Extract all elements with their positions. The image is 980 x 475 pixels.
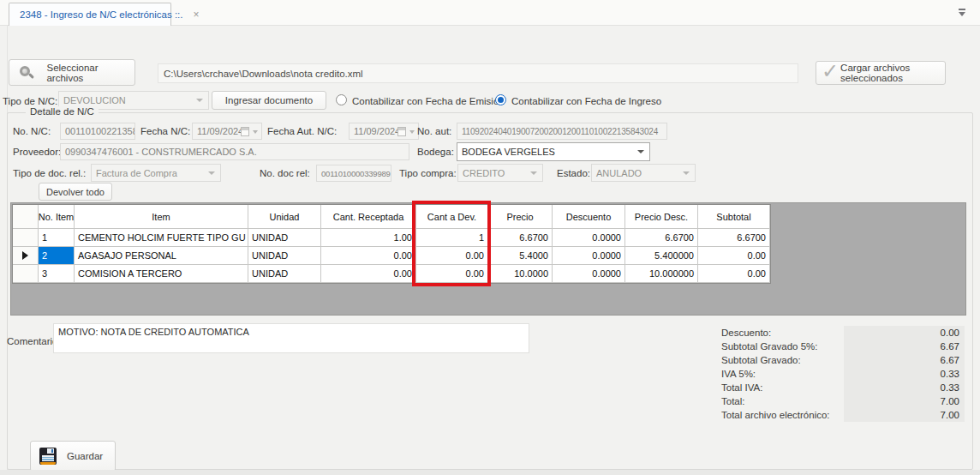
calendar-icon [241,127,249,136]
grid-cell[interactable]: 5.400000 [625,247,698,265]
chevron-down-icon [196,99,203,102]
grid-cell[interactable]: 6.6700 [488,229,553,247]
grid-col-header[interactable]: Descuento [553,205,625,229]
grid-cell[interactable]: 0.0000 [553,247,625,265]
caret-triangle [959,12,965,16]
grid-cell[interactable]: 3 [39,265,75,283]
app-window: 2348 - Ingreso de N/C electrónicas ::. ×… [0,0,980,475]
tipo-doc-rel-select[interactable]: Factura de Compra [91,164,221,182]
no-nc-field[interactable]: 001101002213584 [60,123,135,140]
search-icon [20,66,33,80]
grid-cell[interactable]: 0.00 [698,247,770,265]
proveedor-field[interactable]: 0990347476001 - CONSTRUMERCADO S.A. [60,143,409,160]
tab-close-icon[interactable]: × [194,9,200,20]
row-indicator[interactable] [13,265,39,283]
chevron-down-icon [530,171,537,175]
grid-cell[interactable]: 2 [39,247,75,265]
no-aut-field[interactable]: 1109202404019007200200120011010022135843… [457,123,667,140]
grid-col-header[interactable]: Subtotal [698,205,770,229]
chevron-down-icon [683,171,690,175]
chevron-down-icon [208,171,215,175]
grid-cell[interactable]: 10.000000 [625,265,698,283]
row-indicator[interactable] [13,229,39,247]
grid-cell[interactable]: 0.0000 [553,265,625,283]
no-doc-rel-field[interactable]: 0011010000339989 [316,165,391,182]
tipo-doc-rel-label: Tipo de doc. rel.: [13,165,86,182]
bottom-strip [0,470,980,475]
grid-col-header[interactable]: Item [75,205,248,229]
totals-row: Total:7.00 [721,394,965,408]
grid-cell[interactable]: 5.4000 [488,247,553,265]
totals-row: IVA 5%:0.33 [721,367,965,381]
tab-list-caret-icon[interactable] [958,9,966,17]
grid-col-header[interactable]: Unidad [248,205,321,229]
tab-bar: 2348 - Ingreso de N/C electrónicas ::. × [0,0,980,26]
totals-row: Subtotal Gravado:6.67 [721,353,965,367]
totals-value: 0.33 [844,367,965,381]
grid-cell[interactable]: 0.0000 [553,229,625,247]
grid-cell[interactable]: CEMENTO HOLCIM FUERTE TIPO GU [75,229,248,247]
tab-title: 2348 - Ingreso de N/C electrónicas ::. [20,9,183,20]
guardar-label: Guardar [67,451,103,461]
comentario-input[interactable]: MOTIVO: NOTA DE CREDITO AUTOMATICA [53,323,529,353]
save-icon [39,448,57,465]
totals-label: Total: [721,396,844,406]
grid-col-header[interactable]: Cant. Receptada [321,205,416,229]
file-path-field[interactable]: C:\Users\crchave\Downloads\nota credito.… [158,63,798,83]
fecha-aut-label: Fecha Aut. N/C: [267,123,337,140]
grid-cell[interactable]: 0.00 [321,265,416,283]
grid-col-header[interactable]: No. Item [39,205,75,229]
grid-cell[interactable]: 10.0000 [488,265,553,283]
tab-ingreso-nc[interactable]: 2348 - Ingreso de N/C electrónicas ::. × [9,3,171,26]
row-indicator[interactable] [13,247,39,265]
grid-cell[interactable]: 1.00 [321,229,416,247]
grid-cell[interactable]: 0.00 [321,247,416,265]
highlight-box [412,201,491,286]
row-selector-arrow-icon [22,251,28,260]
chevron-down-icon [637,150,644,153]
grid-cell[interactable]: UNIDAD [248,229,321,247]
grid-cell[interactable]: UNIDAD [248,247,321,265]
radio-fecha-emision[interactable] [336,94,347,105]
fecha-aut-datepicker[interactable]: 11/09/2024 [349,123,419,140]
radio-fecha-ingreso[interactable] [495,94,506,105]
select-files-button[interactable]: Seleccionar archivos [9,59,135,86]
grid-cell[interactable]: 6.6700 [625,229,698,247]
guardar-button[interactable]: Guardar [30,441,116,472]
detalle-legend: Detalle de N/C [26,106,99,117]
ingresar-documento-button[interactable]: Ingresar documento [212,91,326,110]
grid-col-header[interactable]: Precio [488,205,553,229]
tipo-compra-select[interactable]: CREDITO [457,164,543,182]
estado-value: ANULADO [596,168,642,178]
estado-label: Estado: [557,165,590,182]
table-row[interactable]: 2AGASAJO PERSONALUNIDAD0.000.005.40000.0… [13,247,770,265]
grid-cell[interactable]: UNIDAD [248,265,321,283]
check-icon: ✓ [822,61,839,81]
load-files-button[interactable]: ✓ Cargar archivos seleccionados [816,61,946,85]
estado-select[interactable]: ANULADO [591,164,696,182]
grid-header-row: No. ItemItemUnidadCant. ReceptadaCant a … [13,205,770,229]
totals-value: 7.00 [844,408,965,422]
tipo-nc-value: DEVOLUCION [63,95,126,105]
devolver-todo-button[interactable]: Devolver todo [39,183,112,201]
bodega-select[interactable]: BODEGA VERGELES [457,142,650,161]
table-row[interactable]: 3COMISION A TERCEROUNIDAD0.000.0010.0000… [13,265,770,283]
grid-col-header[interactable]: Precio Desc. [625,205,698,229]
grid-cell[interactable]: COMISION A TERCERO [75,265,248,283]
totals-value: 0.33 [844,381,965,394]
grid-cell[interactable]: AGASAJO PERSONAL [75,247,248,265]
fecha-nc-datepicker[interactable]: 11/09/2024 [192,123,262,140]
caret-bar [959,9,965,10]
bodega-label: Bodega: [417,143,454,160]
totals-row: Total archivo electrónico:7.00 [721,408,965,422]
proveedor-label: Proveedor: [13,143,61,160]
grid-cell[interactable]: 6.6700 [698,229,770,247]
table-row[interactable]: 1CEMENTO HOLCIM FUERTE TIPO GUUNIDAD1.00… [13,229,770,247]
fecha-nc-label: Fecha N/C: [140,123,190,140]
grid-cell[interactable]: 1 [39,229,75,247]
bodega-value: BODEGA VERGELES [462,147,555,157]
items-grid[interactable]: No. ItemItemUnidadCant. ReceptadaCant a … [12,204,771,284]
fecha-nc-value: 11/09/2024 [197,126,243,136]
tipo-compra-value: CREDITO [463,168,505,178]
grid-cell[interactable]: 0.00 [698,265,770,283]
